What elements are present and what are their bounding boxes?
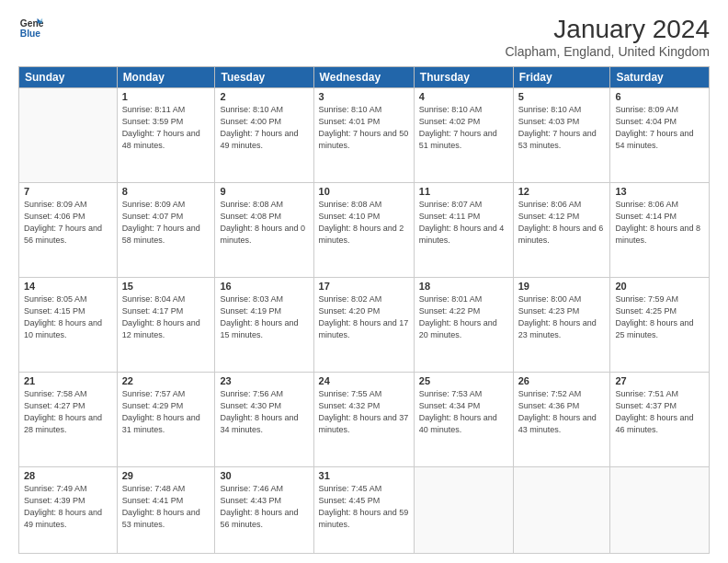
day-number: 28 (24, 470, 112, 481)
calendar-subtitle: Clapham, England, United Kingdom (505, 44, 710, 59)
day-number: 11 (419, 186, 508, 197)
day-number: 21 (24, 375, 112, 386)
day-number: 4 (419, 91, 508, 102)
day-number: 31 (319, 470, 409, 481)
calendar-cell: 14Sunrise: 8:05 AMSunset: 4:15 PMDayligh… (19, 278, 118, 373)
day-number: 13 (615, 186, 704, 197)
day-number: 5 (518, 91, 606, 102)
week-row-5: 28Sunrise: 7:49 AMSunset: 4:39 PMDayligh… (19, 467, 710, 554)
weekday-header-tuesday: Tuesday (215, 67, 313, 88)
day-info: Sunrise: 8:10 AMSunset: 4:01 PMDaylight:… (319, 104, 409, 152)
day-info: Sunrise: 8:07 AMSunset: 4:11 PMDaylight:… (419, 199, 508, 247)
calendar-cell: 5Sunrise: 8:10 AMSunset: 4:03 PMDaylight… (513, 88, 610, 183)
day-number: 16 (220, 281, 308, 292)
day-number: 10 (319, 186, 409, 197)
calendar-cell: 15Sunrise: 8:04 AMSunset: 4:17 PMDayligh… (117, 278, 215, 373)
day-number: 14 (24, 281, 112, 292)
day-info: Sunrise: 8:10 AMSunset: 4:03 PMDaylight:… (518, 104, 606, 152)
calendar-cell: 29Sunrise: 7:48 AMSunset: 4:41 PMDayligh… (117, 467, 215, 554)
day-info: Sunrise: 8:09 AMSunset: 4:04 PMDaylight:… (615, 104, 704, 152)
day-info: Sunrise: 7:45 AMSunset: 4:45 PMDaylight:… (319, 483, 409, 531)
day-info: Sunrise: 7:56 AMSunset: 4:30 PMDaylight:… (220, 388, 308, 436)
svg-text:General: General (20, 18, 44, 29)
calendar-cell: 25Sunrise: 7:53 AMSunset: 4:34 PMDayligh… (414, 373, 513, 467)
day-info: Sunrise: 7:57 AMSunset: 4:29 PMDaylight:… (122, 388, 210, 436)
calendar-cell: 30Sunrise: 7:46 AMSunset: 4:43 PMDayligh… (215, 467, 313, 554)
day-number: 2 (220, 91, 308, 102)
weekday-header-monday: Monday (117, 67, 215, 88)
day-number: 24 (319, 375, 409, 386)
day-info: Sunrise: 7:51 AMSunset: 4:37 PMDaylight:… (615, 388, 704, 436)
calendar-cell: 12Sunrise: 8:06 AMSunset: 4:12 PMDayligh… (513, 183, 610, 278)
calendar-cell (513, 467, 610, 554)
calendar-cell: 6Sunrise: 8:09 AMSunset: 4:04 PMDaylight… (610, 88, 710, 183)
calendar-cell: 13Sunrise: 8:06 AMSunset: 4:14 PMDayligh… (610, 183, 710, 278)
logo: General Blue (18, 15, 44, 40)
calendar-cell: 1Sunrise: 8:11 AMSunset: 3:59 PMDaylight… (117, 88, 215, 183)
calendar-cell: 18Sunrise: 8:01 AMSunset: 4:22 PMDayligh… (414, 278, 513, 373)
day-number: 1 (122, 91, 210, 102)
day-info: Sunrise: 8:08 AMSunset: 4:10 PMDaylight:… (319, 199, 409, 247)
calendar-title: January 2024 (505, 15, 710, 44)
week-row-4: 21Sunrise: 7:58 AMSunset: 4:27 PMDayligh… (19, 373, 710, 467)
weekday-header-wednesday: Wednesday (313, 67, 414, 88)
calendar-cell: 21Sunrise: 7:58 AMSunset: 4:27 PMDayligh… (19, 373, 118, 467)
day-info: Sunrise: 7:46 AMSunset: 4:43 PMDaylight:… (220, 483, 308, 531)
calendar-cell (414, 467, 513, 554)
calendar-cell: 28Sunrise: 7:49 AMSunset: 4:39 PMDayligh… (19, 467, 118, 554)
calendar-cell: 9Sunrise: 8:08 AMSunset: 4:08 PMDaylight… (215, 183, 313, 278)
day-info: Sunrise: 8:01 AMSunset: 4:22 PMDaylight:… (419, 293, 508, 341)
day-info: Sunrise: 8:10 AMSunset: 4:00 PMDaylight:… (220, 104, 308, 152)
day-info: Sunrise: 8:04 AMSunset: 4:17 PMDaylight:… (122, 293, 210, 341)
calendar-cell: 26Sunrise: 7:52 AMSunset: 4:36 PMDayligh… (513, 373, 610, 467)
calendar-page: General Blue January 2024 Clapham, Engla… (0, 0, 728, 563)
logo-icon: General Blue (18, 15, 44, 40)
week-row-1: 1Sunrise: 8:11 AMSunset: 3:59 PMDaylight… (19, 88, 710, 183)
day-info: Sunrise: 8:08 AMSunset: 4:08 PMDaylight:… (220, 199, 308, 247)
calendar-cell: 7Sunrise: 8:09 AMSunset: 4:06 PMDaylight… (19, 183, 118, 278)
day-info: Sunrise: 7:55 AMSunset: 4:32 PMDaylight:… (319, 388, 409, 436)
weekday-header-thursday: Thursday (414, 67, 513, 88)
calendar-table: SundayMondayTuesdayWednesdayThursdayFrid… (18, 66, 710, 554)
day-info: Sunrise: 7:52 AMSunset: 4:36 PMDaylight:… (518, 388, 606, 436)
day-info: Sunrise: 8:05 AMSunset: 4:15 PMDaylight:… (24, 293, 112, 341)
day-number: 18 (419, 281, 508, 292)
calendar-cell: 31Sunrise: 7:45 AMSunset: 4:45 PMDayligh… (313, 467, 414, 554)
weekday-header-row: SundayMondayTuesdayWednesdayThursdayFrid… (19, 67, 710, 88)
day-number: 25 (419, 375, 508, 386)
calendar-cell (610, 467, 710, 554)
header: General Blue January 2024 Clapham, Engla… (18, 15, 710, 59)
calendar-cell: 24Sunrise: 7:55 AMSunset: 4:32 PMDayligh… (313, 373, 414, 467)
day-number: 30 (220, 470, 308, 481)
day-number: 23 (220, 375, 308, 386)
calendar-cell: 11Sunrise: 8:07 AMSunset: 4:11 PMDayligh… (414, 183, 513, 278)
day-number: 26 (518, 375, 606, 386)
day-info: Sunrise: 7:58 AMSunset: 4:27 PMDaylight:… (24, 388, 112, 436)
day-info: Sunrise: 8:06 AMSunset: 4:12 PMDaylight:… (518, 199, 606, 247)
day-number: 27 (615, 375, 704, 386)
day-number: 6 (615, 91, 704, 102)
day-number: 20 (615, 281, 704, 292)
day-info: Sunrise: 8:09 AMSunset: 4:07 PMDaylight:… (122, 199, 210, 247)
day-number: 7 (24, 186, 112, 197)
calendar-cell: 4Sunrise: 8:10 AMSunset: 4:02 PMDaylight… (414, 88, 513, 183)
calendar-cell: 10Sunrise: 8:08 AMSunset: 4:10 PMDayligh… (313, 183, 414, 278)
day-info: Sunrise: 8:03 AMSunset: 4:19 PMDaylight:… (220, 293, 308, 341)
day-info: Sunrise: 8:00 AMSunset: 4:23 PMDaylight:… (518, 293, 606, 341)
day-number: 22 (122, 375, 210, 386)
day-number: 17 (319, 281, 409, 292)
day-info: Sunrise: 7:49 AMSunset: 4:39 PMDaylight:… (24, 483, 112, 531)
day-info: Sunrise: 7:48 AMSunset: 4:41 PMDaylight:… (122, 483, 210, 531)
calendar-cell: 2Sunrise: 8:10 AMSunset: 4:00 PMDaylight… (215, 88, 313, 183)
calendar-cell: 20Sunrise: 7:59 AMSunset: 4:25 PMDayligh… (610, 278, 710, 373)
calendar-cell: 16Sunrise: 8:03 AMSunset: 4:19 PMDayligh… (215, 278, 313, 373)
week-row-2: 7Sunrise: 8:09 AMSunset: 4:06 PMDaylight… (19, 183, 710, 278)
day-info: Sunrise: 7:53 AMSunset: 4:34 PMDaylight:… (419, 388, 508, 436)
weekday-header-sunday: Sunday (19, 67, 118, 88)
week-row-3: 14Sunrise: 8:05 AMSunset: 4:15 PMDayligh… (19, 278, 710, 373)
day-info: Sunrise: 8:09 AMSunset: 4:06 PMDaylight:… (24, 199, 112, 247)
calendar-cell: 22Sunrise: 7:57 AMSunset: 4:29 PMDayligh… (117, 373, 215, 467)
day-info: Sunrise: 8:06 AMSunset: 4:14 PMDaylight:… (615, 199, 704, 247)
calendar-cell: 23Sunrise: 7:56 AMSunset: 4:30 PMDayligh… (215, 373, 313, 467)
day-number: 12 (518, 186, 606, 197)
